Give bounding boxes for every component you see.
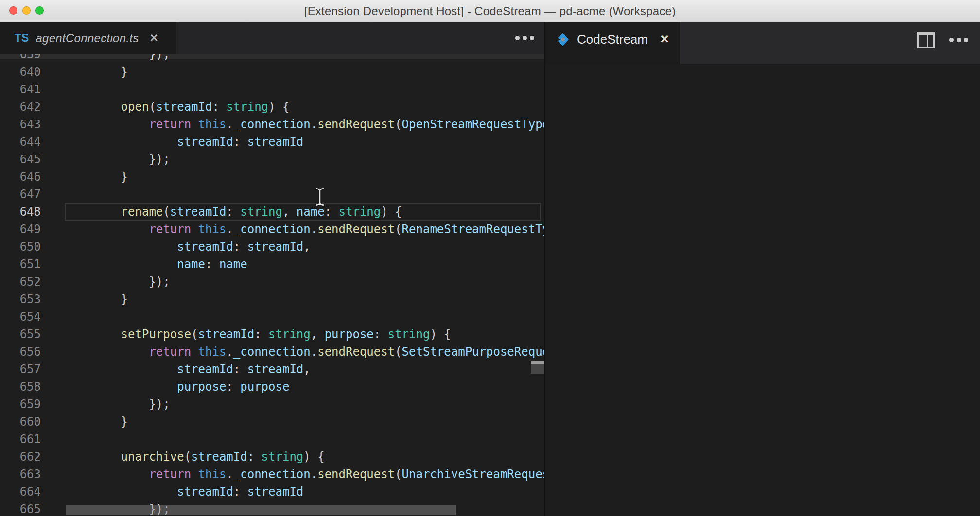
- code-line-text: open(streamId: string) {: [41, 98, 289, 116]
- tab-close-icon[interactable]: ✕: [150, 32, 158, 45]
- line-number: 665: [0, 500, 41, 516]
- line-number: 648: [0, 203, 41, 221]
- split-editor-icon[interactable]: [917, 32, 935, 48]
- code-line-text: });: [41, 151, 170, 168]
- code-line-text: [41, 81, 65, 98]
- horizontal-scrollbar[interactable]: [66, 505, 456, 515]
- line-number: 653: [0, 291, 41, 308]
- code-line-text: }: [41, 291, 128, 308]
- line-number: 664: [0, 483, 41, 500]
- code-line-text: return this._connection.sendRequest(Rena…: [41, 221, 545, 238]
- code-line-text: purpose: purpose: [41, 378, 289, 396]
- text-ibeam-cursor-icon: [315, 188, 324, 206]
- line-number: 658: [0, 378, 41, 396]
- code-line[interactable]: 662 unarchive(streamId: string) {: [0, 448, 545, 465]
- code-line[interactable]: 652 });: [0, 273, 545, 291]
- code-line[interactable]: 641: [0, 81, 545, 98]
- line-number: 654: [0, 308, 41, 326]
- line-number: 640: [0, 63, 41, 81]
- line-number: 663: [0, 465, 41, 483]
- code-line[interactable]: 654: [0, 308, 545, 326]
- panel-tab-bar: CodeStream ✕: [545, 22, 980, 64]
- code-line[interactable]: 643 return this._connection.sendRequest(…: [0, 116, 545, 133]
- editor-panel-divider[interactable]: [544, 22, 545, 516]
- typescript-file-icon: TS: [15, 32, 29, 45]
- titlebar: [Extension Development Host] - CodeStrea…: [0, 0, 980, 22]
- line-number: 646: [0, 168, 41, 186]
- code-line[interactable]: 647: [0, 186, 545, 203]
- editor-more-actions-icon[interactable]: [515, 36, 534, 40]
- panel-more-actions-icon[interactable]: [949, 38, 968, 42]
- code-line-text: });: [41, 273, 170, 291]
- workbench: TS agentConnection.ts ✕ 639 });640 }6416…: [0, 22, 980, 516]
- line-number: 645: [0, 151, 41, 168]
- code-line[interactable]: 648 rename(streamId: string, name: strin…: [0, 203, 545, 221]
- line-number: 647: [0, 186, 41, 203]
- code-line-text: return this._connection.sendRequest(SetS…: [41, 343, 545, 361]
- code-line[interactable]: 653 }: [0, 291, 545, 308]
- code-line[interactable]: 645 });: [0, 151, 545, 168]
- panel-tab-label: CodeStream: [577, 32, 648, 47]
- code-line[interactable]: 642 open(streamId: string) {: [0, 98, 545, 116]
- code-line-text: streamId: streamId: [41, 483, 303, 500]
- line-number: 659: [0, 396, 41, 413]
- codestream-logo-icon: [556, 33, 569, 47]
- code-line-text: streamId: streamId: [41, 133, 303, 151]
- code-line-text: name: name: [41, 256, 247, 273]
- vscode-window: [Extension Development Host] - CodeStrea…: [0, 0, 980, 516]
- code-line[interactable]: 659 });: [0, 396, 545, 413]
- line-number: 643: [0, 116, 41, 133]
- code-line-text: }: [41, 413, 128, 430]
- code-line-text: [41, 186, 65, 203]
- code-line[interactable]: 661: [0, 430, 545, 448]
- line-number: 644: [0, 133, 41, 151]
- code-line[interactable]: 664 streamId: streamId: [0, 483, 545, 500]
- window-title: [Extension Development Host] - CodeStrea…: [0, 0, 980, 22]
- code-line[interactable]: 658 purpose: purpose: [0, 378, 545, 396]
- overview-ruler-cursor-marker: [531, 361, 544, 364]
- code-line[interactable]: 640 }: [0, 63, 545, 81]
- line-number: 649: [0, 221, 41, 238]
- code-editor[interactable]: 639 });640 }641642 open(streamId: string…: [0, 54, 545, 516]
- code-line-text: setPurpose(streamId: string, purpose: st…: [41, 326, 451, 343]
- code-line-text: [41, 430, 65, 448]
- code-line[interactable]: 644 streamId: streamId: [0, 133, 545, 151]
- code-line[interactable]: 649 return this._connection.sendRequest(…: [0, 221, 545, 238]
- tab-agentconnection[interactable]: TS agentConnection.ts ✕: [0, 22, 176, 54]
- code-line-text: unarchive(streamId: string) {: [41, 448, 325, 465]
- line-number: 661: [0, 430, 41, 448]
- code-line[interactable]: 650 streamId: streamId,: [0, 238, 545, 256]
- line-number: 652: [0, 273, 41, 291]
- code-line-text: [41, 308, 65, 326]
- line-number: 651: [0, 256, 41, 273]
- code-line[interactable]: 663 return this._connection.sendRequest(…: [0, 465, 545, 483]
- code-line[interactable]: 655 setPurpose(streamId: string, purpose…: [0, 326, 545, 343]
- line-number: 660: [0, 413, 41, 430]
- codestream-panel: CodeStream ✕: [545, 22, 980, 516]
- code-line[interactable]: 651 name: name: [0, 256, 545, 273]
- code-line-text: streamId: streamId,: [41, 361, 311, 378]
- line-number: 650: [0, 238, 41, 256]
- code-line-text: });: [41, 396, 170, 413]
- code-line[interactable]: 657 streamId: streamId,: [0, 361, 545, 378]
- line-number: 662: [0, 448, 41, 465]
- code-line[interactable]: 656 return this._connection.sendRequest(…: [0, 343, 545, 361]
- editor-group: TS agentConnection.ts ✕ 639 });640 }6416…: [0, 22, 545, 516]
- panel-actions: [917, 32, 968, 48]
- tab-codestream[interactable]: CodeStream ✕: [545, 22, 680, 64]
- line-number: 657: [0, 361, 41, 378]
- code-line-text: }: [41, 168, 128, 186]
- line-number: 656: [0, 343, 41, 361]
- line-number: 655: [0, 326, 41, 343]
- line-number: 641: [0, 81, 41, 98]
- editor-tab-bar: TS agentConnection.ts ✕: [0, 22, 545, 54]
- code-line[interactable]: 660 }: [0, 413, 545, 430]
- tab-scroll-shadow: [0, 54, 544, 59]
- panel-close-icon[interactable]: ✕: [660, 33, 669, 46]
- code-line-text: return this._connection.sendRequest(Unar…: [41, 465, 545, 483]
- code-line-text: return this._connection.sendRequest(Open…: [41, 116, 545, 133]
- code-line-text: }: [41, 63, 128, 81]
- codestream-panel-body[interactable]: [545, 64, 980, 516]
- tab-filename: agentConnection.ts: [35, 32, 139, 45]
- code-line[interactable]: 646 }: [0, 168, 545, 186]
